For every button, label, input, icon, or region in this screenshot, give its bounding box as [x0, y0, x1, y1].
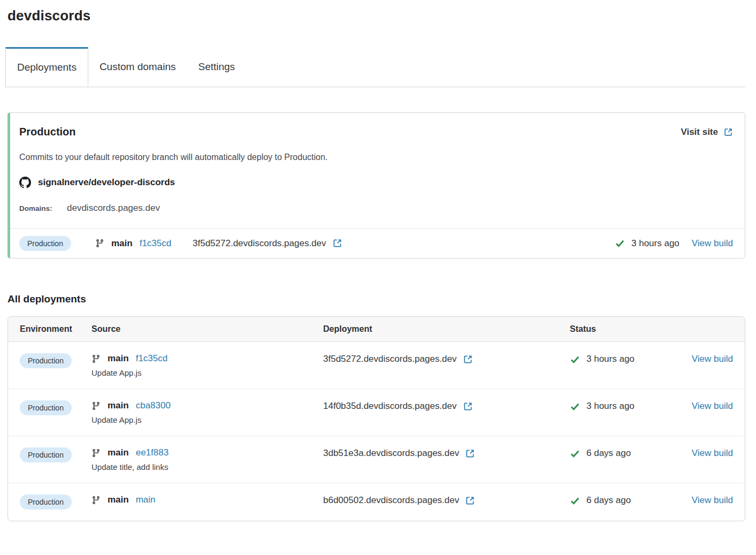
view-build-link[interactable]: View build	[692, 495, 733, 505]
git-branch-icon	[91, 401, 101, 410]
git-branch-icon	[91, 448, 101, 458]
commit-hash-link[interactable]: f1c35cd	[136, 353, 168, 364]
domains-label: Domains:	[19, 204, 67, 212]
tab-bar: Deployments Custom domains Settings	[5, 47, 745, 87]
production-deployment-row: Production main f1c35cd 3f5d5272.devdisc…	[10, 228, 745, 258]
environment-badge: Production	[20, 400, 72, 415]
tab-custom-domains[interactable]: Custom domains	[88, 47, 187, 87]
environment-badge: Production	[19, 236, 71, 251]
external-link-icon[interactable]	[465, 448, 475, 459]
external-link-icon[interactable]	[463, 401, 473, 412]
status-time: 6 days ago	[586, 495, 631, 506]
table-row: Production main ee1f883 Update title, ad…	[8, 436, 745, 483]
branch-name: main	[108, 353, 129, 364]
branch-name: main	[108, 495, 129, 505]
commit-message: Update title, add links	[91, 462, 323, 472]
branch-name: main	[108, 400, 129, 411]
visit-site-link[interactable]: Visit site	[681, 127, 733, 138]
table-row: Production main f1c35cd Update App.js 3f…	[8, 342, 745, 389]
branch-name: main	[111, 238, 133, 249]
visit-site-label: Visit site	[681, 127, 718, 138]
deployment-url: b6d00502.devdiscords.pages.dev	[323, 495, 459, 506]
check-icon	[570, 496, 580, 506]
table-header: Environment Source Deployment Status	[8, 317, 745, 342]
git-branch-icon	[91, 496, 101, 505]
branch-name: main	[108, 447, 129, 458]
commit-hash-link[interactable]: main	[136, 495, 156, 505]
column-header-source: Source	[91, 324, 323, 334]
git-branch-icon	[95, 239, 104, 248]
tab-deployments[interactable]: Deployments	[5, 47, 88, 87]
external-link-icon[interactable]	[465, 496, 475, 506]
commit-hash-link[interactable]: ee1f883	[136, 447, 169, 458]
page-title: devdiscords	[7, 7, 745, 24]
github-icon	[19, 177, 31, 188]
check-icon	[570, 401, 580, 412]
column-header-status: Status	[570, 324, 687, 334]
deployment-url: 3db51e3a.devdiscords.pages.dev	[323, 448, 459, 459]
check-icon	[570, 354, 580, 364]
commit-hash-link[interactable]: cba8300	[136, 400, 171, 411]
status-time: 3 hours ago	[586, 354, 635, 364]
commit-message: Update App.js	[91, 415, 323, 424]
production-card: Production Visit site Commits to your de…	[7, 112, 745, 259]
repo-name: signalnerve/developer-discords	[38, 177, 175, 188]
deployments-table: Environment Source Deployment Status Pro…	[7, 316, 745, 521]
production-description: Commits to your default repository branc…	[19, 153, 733, 162]
deployment-url: 3f5d5272.devdiscords.pages.dev	[193, 238, 326, 249]
view-build-link[interactable]: View build	[692, 238, 733, 249]
commit-message: Update App.js	[91, 368, 323, 377]
environment-badge: Production	[20, 495, 72, 510]
production-heading: Production	[19, 126, 76, 138]
status-time: 3 hours ago	[631, 238, 679, 249]
status-time: 6 days ago	[586, 448, 631, 459]
view-build-link[interactable]: View build	[692, 401, 733, 411]
tab-settings[interactable]: Settings	[187, 47, 246, 87]
status-time: 3 hours ago	[586, 401, 635, 412]
external-link-icon[interactable]	[463, 354, 473, 364]
deployment-url: 3f5d5272.devdiscords.pages.dev	[323, 354, 457, 364]
deployment-url: 14f0b35d.devdiscords.pages.dev	[323, 401, 457, 412]
git-branch-icon	[91, 354, 101, 363]
all-deployments-title: All deployments	[7, 293, 745, 305]
commit-hash-link[interactable]: f1c35cd	[140, 238, 172, 249]
table-row: Production main main b6d00502.devdiscord…	[8, 483, 745, 521]
domains-row: Domains: devdiscords.pages.dev	[19, 203, 733, 214]
environment-badge: Production	[20, 353, 72, 368]
table-row: Production main cba8300 Update App.js 14…	[8, 389, 745, 436]
production-card-body: Production Visit site Commits to your de…	[10, 113, 745, 228]
view-build-link[interactable]: View build	[692, 354, 733, 364]
view-build-link[interactable]: View build	[692, 448, 733, 458]
check-icon	[615, 238, 625, 248]
pages-project-page: devdiscords Deployments Custom domains S…	[0, 0, 756, 536]
repo-row: signalnerve/developer-discords	[19, 177, 733, 188]
column-header-environment: Environment	[20, 324, 91, 334]
external-link-icon[interactable]	[332, 238, 342, 248]
environment-badge: Production	[20, 447, 72, 462]
domain-value: devdiscords.pages.dev	[67, 203, 160, 214]
external-link-icon	[723, 127, 733, 137]
column-header-deployment: Deployment	[323, 324, 570, 334]
check-icon	[570, 448, 580, 459]
